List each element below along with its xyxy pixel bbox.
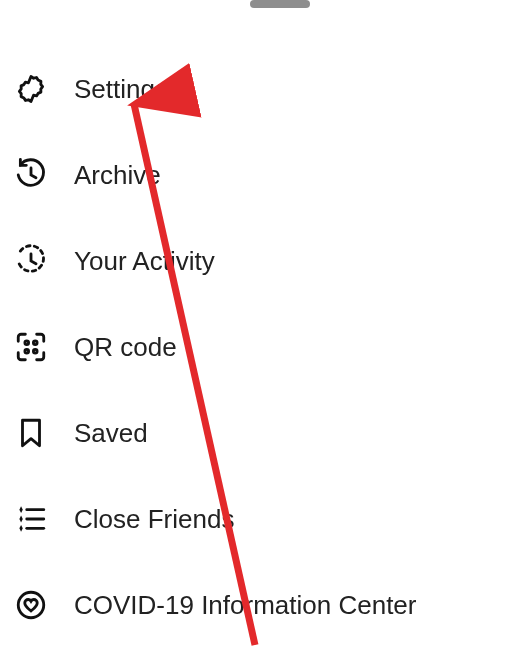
gear-icon — [14, 72, 74, 106]
menu-label: QR code — [74, 332, 177, 363]
menu-item-archive[interactable]: Archive — [0, 132, 523, 218]
menu-label: Saved — [74, 418, 148, 449]
menu-item-saved[interactable]: Saved — [0, 390, 523, 476]
menu-item-close-friends[interactable]: Close Friends — [0, 476, 523, 562]
menu-item-your-activity[interactable]: Your Activity — [0, 218, 523, 304]
svg-marker-4 — [19, 506, 22, 513]
menu-label: COVID-19 Information Center — [74, 590, 416, 621]
heart-circle-icon — [14, 588, 74, 622]
svg-marker-6 — [19, 525, 22, 532]
svg-point-0 — [25, 341, 29, 345]
menu-item-covid-info[interactable]: COVID-19 Information Center — [0, 562, 523, 646]
archive-icon — [14, 158, 74, 192]
svg-point-3 — [33, 349, 37, 353]
svg-point-2 — [25, 349, 29, 353]
drag-handle[interactable] — [250, 0, 310, 8]
svg-point-10 — [18, 592, 44, 618]
profile-menu: Settings Archive Your Activity — [0, 0, 523, 646]
qr-code-icon — [14, 330, 74, 364]
menu-item-settings[interactable]: Settings — [0, 46, 523, 132]
bookmark-icon — [14, 416, 74, 450]
menu-label: Archive — [74, 160, 161, 191]
svg-marker-5 — [19, 516, 22, 523]
svg-point-1 — [33, 341, 37, 345]
menu-label: Close Friends — [74, 504, 234, 535]
activity-icon — [14, 244, 74, 278]
close-friends-icon — [14, 502, 74, 536]
menu-label: Settings — [74, 74, 168, 105]
menu-item-qr-code[interactable]: QR code — [0, 304, 523, 390]
menu-label: Your Activity — [74, 246, 215, 277]
